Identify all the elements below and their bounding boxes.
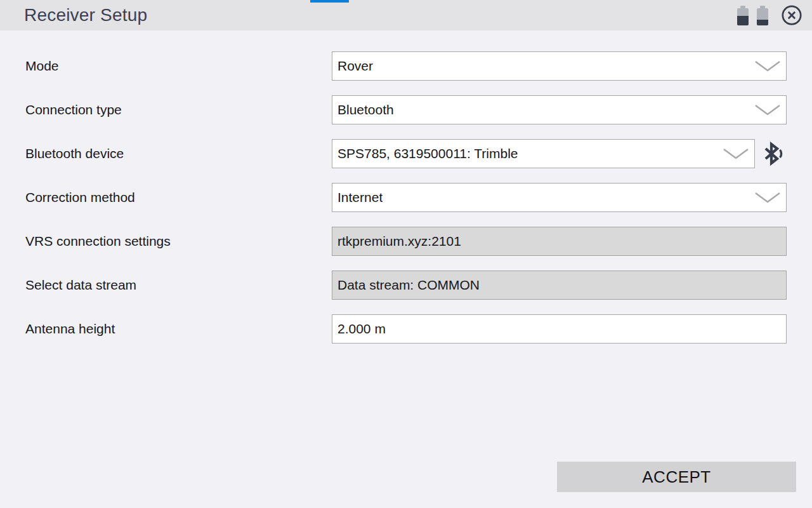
correction-method-value: Internet bbox=[337, 190, 383, 205]
chevron-down-icon bbox=[754, 191, 782, 204]
select-data-stream-label: Select data stream bbox=[25, 277, 332, 293]
connection-type-value: Bluetooth bbox=[337, 102, 394, 117]
receiver-setup-screen: Receiver Setup Mode Rover bbox=[0, 0, 812, 508]
connection-type-dropdown[interactable]: Bluetooth bbox=[332, 95, 787, 124]
mode-value: Rover bbox=[337, 58, 373, 74]
chevron-down-icon bbox=[754, 104, 782, 116]
select-data-stream-value: Data stream: COMMON bbox=[337, 277, 480, 293]
vrs-connection-settings-label: VRS connection settings bbox=[25, 234, 332, 249]
chevron-down-icon bbox=[754, 60, 782, 72]
chevron-down-icon bbox=[722, 147, 750, 160]
battery-icon bbox=[737, 6, 749, 25]
bluetooth-icon bbox=[759, 141, 785, 166]
form-row-bluetooth-device: Bluetooth device SPS785, 6319500011: Tri… bbox=[25, 139, 787, 168]
accept-button[interactable]: ACCEPT bbox=[557, 462, 796, 492]
header: Receiver Setup bbox=[0, 0, 812, 30]
antenna-height-input[interactable] bbox=[332, 314, 787, 344]
form-row-vrs-connection: VRS connection settings rtkpremium.xyz:2… bbox=[25, 227, 787, 256]
bluetooth-device-dropdown[interactable]: SPS785, 6319500011: Trimble bbox=[332, 139, 755, 168]
form-row-correction-method: Correction method Internet bbox=[25, 183, 787, 212]
form-row-mode: Mode Rover bbox=[25, 51, 787, 81]
mode-dropdown[interactable]: Rover bbox=[332, 51, 787, 81]
bluetooth-device-label: Bluetooth device bbox=[25, 146, 332, 161]
page-title: Receiver Setup bbox=[24, 5, 147, 25]
connection-type-label: Connection type bbox=[25, 102, 332, 117]
form-row-connection-type: Connection type Bluetooth bbox=[25, 95, 787, 124]
form-row-data-stream: Select data stream Data stream: COMMON bbox=[25, 271, 787, 300]
mode-label: Mode bbox=[25, 58, 332, 74]
bluetooth-device-value: SPS785, 6319500011: Trimble bbox=[337, 146, 518, 161]
active-tab-indicator bbox=[310, 0, 349, 3]
correction-method-dropdown[interactable]: Internet bbox=[332, 183, 787, 212]
vrs-connection-settings-field: rtkpremium.xyz:2101 bbox=[332, 227, 787, 256]
vrs-connection-settings-value: rtkpremium.xyz:2101 bbox=[337, 234, 461, 249]
close-icon bbox=[780, 4, 803, 27]
battery-icon bbox=[757, 6, 768, 25]
correction-method-label: Correction method bbox=[25, 190, 332, 205]
receiver-setup-form: Mode Rover Connection type Bluetooth Blu… bbox=[25, 51, 787, 358]
antenna-height-label: Antenna height bbox=[25, 321, 332, 337]
select-data-stream-field: Data stream: COMMON bbox=[332, 271, 787, 300]
close-button[interactable] bbox=[780, 4, 803, 27]
header-status-area bbox=[737, 4, 803, 27]
form-row-antenna-height: Antenna height bbox=[25, 314, 787, 344]
